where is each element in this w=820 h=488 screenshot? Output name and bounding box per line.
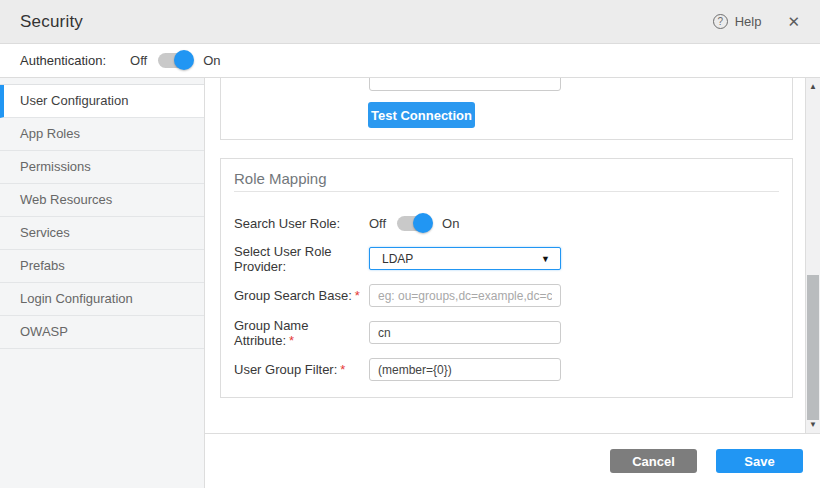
scrollbar-thumb[interactable] — [807, 275, 819, 420]
scroll-up-icon[interactable]: ▲ — [806, 80, 820, 93]
search-user-role-label: Search User Role: — [234, 216, 369, 231]
role-mapping-divider — [234, 191, 779, 192]
sidebar: User Configuration App Roles Permissions… — [0, 78, 205, 488]
search-user-role-on-label: On — [442, 216, 459, 231]
ldap-config-partial-input[interactable] — [369, 78, 561, 91]
header: Security ? Help ✕ — [0, 0, 820, 44]
authentication-on-label: On — [203, 53, 220, 68]
provider-label: Select User Role Provider: — [234, 244, 369, 274]
required-asterisk: * — [340, 362, 345, 377]
sidebar-item-services[interactable]: Services — [0, 217, 204, 250]
authentication-label: Authentication: — [20, 53, 106, 68]
role-mapping-panel: Role Mapping Search User Role: Off On — [220, 158, 793, 398]
group-search-base-input[interactable] — [369, 284, 561, 307]
sidebar-item-prefabs[interactable]: Prefabs — [0, 250, 204, 283]
cancel-button[interactable]: Cancel — [610, 449, 697, 473]
sidebar-list: User Configuration App Roles Permissions… — [0, 84, 204, 349]
authentication-off-label: Off — [130, 53, 147, 68]
search-user-role-toggle[interactable] — [397, 216, 431, 231]
sidebar-item-app-roles[interactable]: App Roles — [0, 118, 204, 151]
provider-select-value: LDAP — [382, 252, 413, 266]
authentication-toggle-group: Off On — [130, 53, 220, 68]
user-group-filter-input[interactable] — [369, 358, 561, 381]
vertical-scrollbar[interactable]: ▲ ▼ — [805, 78, 820, 433]
authentication-row: Authentication: Off On — [0, 44, 820, 78]
test-connection-button[interactable]: Test Connection — [368, 102, 475, 128]
help-icon: ? — [713, 14, 728, 29]
search-user-role-toggle-knob — [413, 213, 433, 233]
sidebar-item-user-configuration[interactable]: User Configuration — [0, 85, 204, 118]
user-group-filter-row: User Group Filter:* — [234, 358, 779, 381]
close-icon[interactable]: ✕ — [787, 14, 800, 29]
ldap-config-panel: Test Connection — [220, 78, 793, 140]
group-search-base-row: Group Search Base:* — [234, 284, 779, 307]
group-name-attribute-label: Group Name Attribute:* — [234, 318, 369, 348]
sidebar-item-web-resources[interactable]: Web Resources — [0, 184, 204, 217]
page-title: Security — [20, 12, 83, 32]
help-label: Help — [735, 14, 762, 29]
group-name-attribute-label-text: Group Name Attribute: — [234, 318, 308, 348]
help-button[interactable]: ? Help — [713, 14, 762, 29]
user-group-filter-label-text: User Group Filter: — [234, 362, 337, 377]
role-mapping-title: Role Mapping — [234, 170, 327, 187]
group-name-attribute-row: Group Name Attribute:* — [234, 321, 779, 344]
save-button[interactable]: Save — [716, 449, 803, 473]
security-dialog: Security ? Help ✕ Authentication: Off On… — [0, 0, 820, 488]
search-user-role-toggle-group: Off On — [369, 216, 459, 231]
authentication-toggle[interactable] — [158, 53, 192, 68]
provider-select[interactable]: LDAP ▼ — [369, 247, 561, 270]
scroll-area: Test Connection Role Mapping Search User… — [205, 78, 820, 433]
scroll-down-icon[interactable]: ▼ — [806, 418, 820, 431]
group-search-base-label-text: Group Search Base: — [234, 288, 352, 303]
required-asterisk: * — [289, 333, 294, 348]
search-user-role-off-label: Off — [369, 216, 386, 231]
header-actions: ? Help ✕ — [713, 14, 800, 29]
provider-row: Select User Role Provider: LDAP ▼ — [234, 247, 779, 270]
group-search-base-label: Group Search Base:* — [234, 288, 369, 303]
sidebar-item-login-configuration[interactable]: Login Configuration — [0, 283, 204, 316]
search-user-role-row: Search User Role: Off On — [234, 212, 779, 235]
authentication-toggle-knob — [174, 50, 194, 70]
user-group-filter-label: User Group Filter:* — [234, 362, 369, 377]
required-asterisk: * — [355, 288, 360, 303]
chevron-down-icon: ▼ — [541, 254, 550, 264]
footer: Cancel Save — [205, 433, 820, 488]
content-area: Test Connection Role Mapping Search User… — [205, 78, 820, 488]
sidebar-item-permissions[interactable]: Permissions — [0, 151, 204, 184]
group-name-attribute-input[interactable] — [369, 321, 561, 344]
sidebar-item-owasp[interactable]: OWASP — [0, 316, 204, 349]
